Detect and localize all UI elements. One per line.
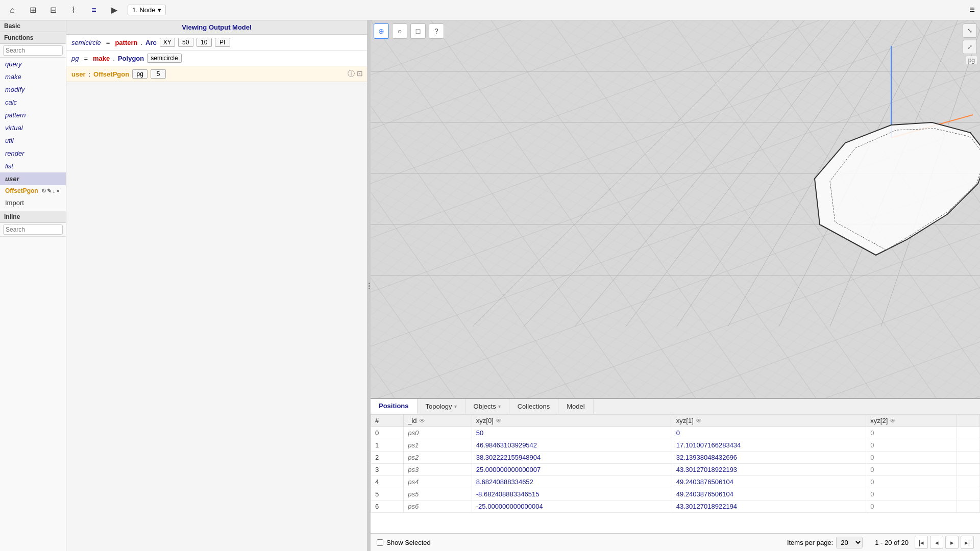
code-line-info-icon[interactable]: ⓘ <box>348 69 355 79</box>
sidebar-item-query[interactable]: query <box>0 58 66 70</box>
home-icon[interactable]: ⌂ <box>5 3 19 17</box>
data-table-container[interactable]: # _id 👁 xyz[0] 👁 xyz[1] 👁 xyz[2] 👁 0 ps0… <box>371 414 980 533</box>
viewport-target-icon[interactable]: ⊕ <box>374 23 389 39</box>
items-per-page-select[interactable]: 20 50 100 <box>836 537 863 548</box>
table-row[interactable]: 3 ps3 25.000000000000007 43.301270189221… <box>371 464 980 476</box>
cell-num: 2 <box>371 452 404 464</box>
first-page-btn[interactable]: |◂ <box>915 536 928 549</box>
table-row[interactable]: 5 ps5 -8.682408883346515 49.240387650610… <box>371 488 980 500</box>
code-line-expand-icon[interactable]: ⊡ <box>357 69 363 79</box>
user-fn-name[interactable]: OffsetPgon <box>5 187 38 194</box>
viewport[interactable]: ⊕ ○ □ ? ⤡ ⤢ pg <box>371 20 980 398</box>
sidebar-item-user[interactable]: user <box>0 172 66 185</box>
tab-positions[interactable]: Positions <box>371 399 418 414</box>
output-model-label: Output Model <box>209 23 252 31</box>
chart-icon[interactable]: ⌇ <box>66 3 81 17</box>
cell-extra <box>957 464 979 476</box>
functions-search-input[interactable] <box>3 45 63 56</box>
viewport-square-icon[interactable]: □ <box>410 23 426 39</box>
node-selector[interactable]: 1. Node ▾ <box>128 5 166 15</box>
cell-num: 1 <box>371 439 404 452</box>
cell-extra <box>957 476 979 488</box>
cell-x: 38.302222155948904 <box>472 452 672 464</box>
sidebar-item-make[interactable]: make <box>0 70 66 83</box>
code-equals-1: = <box>106 39 110 46</box>
code-line-1: semicircle = pattern.Arc XY 50 10 PI <box>66 35 367 51</box>
data-tabs: Positions Topology ▾ Objects ▾ Collectio… <box>371 399 980 414</box>
col-xyz1: xyz[1] 👁 <box>672 415 866 427</box>
sidebar-item-virtual[interactable]: virtual <box>0 121 66 134</box>
cell-y: 43.30127018922193 <box>672 464 866 476</box>
prev-page-btn[interactable]: ◂ <box>930 536 943 549</box>
left-sidebar: Basic Functions query make modify calc p… <box>0 20 66 551</box>
col-xyz0: xyz[0] 👁 <box>472 415 672 427</box>
basic-section-title: Basic <box>0 20 66 32</box>
sidebar-item-list[interactable]: list <box>0 160 66 172</box>
col-num: # <box>371 415 404 427</box>
cell-x: 50 <box>472 427 672 439</box>
show-selected-container: Show Selected <box>377 539 431 546</box>
code-param-pi[interactable]: PI <box>215 38 230 47</box>
code-line-3: user:OffsetPgon pg 5 ⓘ ⊡ <box>66 66 367 82</box>
data-panel: Positions Topology ▾ Objects ▾ Collectio… <box>371 398 980 551</box>
code-param-10[interactable]: 10 <box>197 38 212 47</box>
settings-icon[interactable]: ⊟ <box>46 3 60 17</box>
viewport-collapse-icon[interactable]: ⤡ <box>963 23 977 38</box>
sidebar-item-render[interactable]: render <box>0 147 66 160</box>
tab-topology[interactable]: Topology ▾ <box>418 399 465 414</box>
viewport-circle-icon[interactable]: ○ <box>392 23 407 39</box>
sidebar-item-calc[interactable]: calc <box>0 96 66 109</box>
code-param-5[interactable]: 5 <box>151 69 166 79</box>
cell-id: ps6 <box>404 500 472 513</box>
user-fn-refresh-icon[interactable]: ↻ <box>41 188 46 194</box>
user-fn-edit-icon[interactable]: ✎ <box>47 188 52 194</box>
tab-collections[interactable]: Collections <box>509 399 559 414</box>
code-ns-make: make <box>93 55 110 62</box>
tab-model[interactable]: Model <box>558 399 593 414</box>
hamburger-menu[interactable]: ≡ <box>969 5 975 15</box>
code-fn-arc[interactable]: Arc <box>145 39 157 46</box>
next-page-btn[interactable]: ▸ <box>945 536 959 549</box>
table-row[interactable]: 0 ps0 50 0 0 <box>371 427 980 439</box>
cell-x: -25.000000000000004 <box>472 500 672 513</box>
right-panel: ⊕ ○ □ ? ⤡ ⤢ pg Positions Topology ▾ <box>371 20 980 551</box>
lines-icon[interactable]: ≡ <box>87 3 101 17</box>
sidebar-item-pattern[interactable]: pattern <box>0 109 66 121</box>
cell-num: 3 <box>371 464 404 476</box>
sidebar-item-util[interactable]: util <box>0 134 66 147</box>
node-dropdown-arrow: ▾ <box>158 6 161 14</box>
code-var-semicircle: semicircle <box>71 39 101 46</box>
cell-x: -8.682408883346515 <box>472 488 672 500</box>
user-fn-download-icon[interactable]: ↓ <box>53 188 56 194</box>
table-row[interactable]: 6 ps6 -25.000000000000004 43.30127018922… <box>371 500 980 513</box>
items-per-page: Items per page: 20 50 100 <box>787 537 863 548</box>
cell-z: 0 <box>866 439 957 452</box>
code-param-pg[interactable]: pg <box>132 69 148 79</box>
code-param-50[interactable]: 50 <box>178 38 193 47</box>
cell-y: 49.2403876506104 <box>672 476 866 488</box>
code-fn-polygon[interactable]: Polygon <box>118 55 144 62</box>
viewing-label: Viewing <box>182 23 207 31</box>
table-row[interactable]: 2 ps2 38.302222155948904 32.139380484326… <box>371 452 980 464</box>
topology-dropdown-arrow: ▾ <box>454 404 457 409</box>
tab-objects[interactable]: Objects ▾ <box>465 399 509 414</box>
table-row[interactable]: 1 ps1 46.98463103929542 17.1010071662834… <box>371 439 980 452</box>
inline-section: Inline <box>0 211 66 237</box>
inline-search-input[interactable] <box>3 224 63 235</box>
sidebar-item-modify[interactable]: modify <box>0 83 66 96</box>
grid-icon[interactable]: ⊞ <box>26 3 40 17</box>
play-icon[interactable]: ▶ <box>107 3 121 17</box>
code-param-semicircle[interactable]: semicircle <box>147 54 181 63</box>
viewport-help-icon[interactable]: ? <box>429 23 444 39</box>
pagination: 1 - 20 of 20 |◂ ◂ ▸ ▸| <box>871 536 974 549</box>
top-toolbar: ⌂ ⊞ ⊟ ⌇ ≡ ▶ 1. Node ▾ ≡ <box>0 0 980 20</box>
last-page-btn[interactable]: ▸| <box>961 536 974 549</box>
code-fn-offsetpgon[interactable]: OffsetPgon <box>93 70 129 78</box>
cell-num: 5 <box>371 488 404 500</box>
show-selected-checkbox[interactable] <box>377 539 383 546</box>
user-fn-close-icon[interactable]: × <box>56 188 59 194</box>
table-row[interactable]: 4 ps4 8.68240888334652 49.2403876506104 … <box>371 476 980 488</box>
sidebar-item-import[interactable]: Import <box>0 196 66 209</box>
viewport-expand-icon[interactable]: ⤢ <box>963 40 977 54</box>
code-param-xy[interactable]: XY <box>160 38 175 47</box>
